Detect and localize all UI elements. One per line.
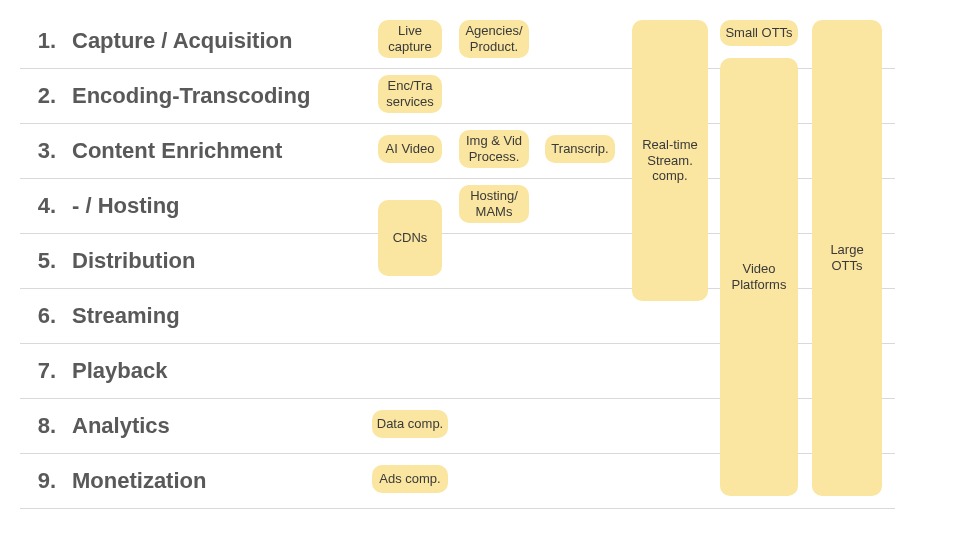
block-agencies: Agencies/ Product. — [459, 20, 529, 58]
row-label: Playback — [64, 358, 167, 384]
row-number: 6. — [20, 303, 64, 329]
block-ads-comp: Ads comp. — [372, 465, 448, 493]
row-number: 3. — [20, 138, 64, 164]
row-number: 7. — [20, 358, 64, 384]
row-number: 1. — [20, 28, 64, 54]
block-transcrip: Transcrip. — [545, 135, 615, 163]
row-label: Capture / Acquisition — [64, 28, 292, 54]
row-label: Content Enrichment — [64, 138, 282, 164]
row-number: 4. — [20, 193, 64, 219]
block-data-comp: Data comp. — [372, 410, 448, 438]
row-label: - / Hosting — [64, 193, 180, 219]
block-small-otts: Small OTTs — [720, 20, 798, 46]
row-number: 5. — [20, 248, 64, 274]
block-large-otts: Large OTTs — [812, 20, 882, 496]
row-label: Encoding-Transcoding — [64, 83, 310, 109]
row-label: Distribution — [64, 248, 195, 274]
block-enc-tra: Enc/Tra services — [378, 75, 442, 113]
row-number: 8. — [20, 413, 64, 439]
block-live-capture: Live capture — [378, 20, 442, 58]
block-cdns: CDNs — [378, 200, 442, 276]
block-video-platforms: Video Platforms — [720, 58, 798, 496]
row-number: 2. — [20, 83, 64, 109]
row-label: Analytics — [64, 413, 170, 439]
block-ai-video: AI Video — [378, 135, 442, 163]
block-hosting-mams: Hosting/ MAMs — [459, 185, 529, 223]
row-label: Streaming — [64, 303, 180, 329]
block-img-vid: Img & Vid Process. — [459, 130, 529, 168]
row-label: Monetization — [64, 468, 206, 494]
block-realtime-streaming: Real-time Stream. comp. — [632, 20, 708, 301]
row-number: 9. — [20, 468, 64, 494]
